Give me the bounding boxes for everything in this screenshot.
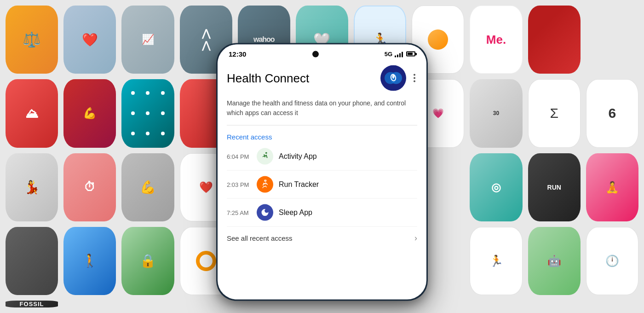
more-dot-3	[414, 81, 415, 82]
see-all-label: See all recent access	[227, 234, 293, 242]
app-icon-body-sketch: 💃	[6, 153, 58, 221]
phone-screen: 12:30 5G Health Connect	[218, 45, 426, 300]
app-icon-fitbit	[121, 79, 174, 147]
access-item-activity[interactable]: 6:04 PM Activity App	[227, 143, 417, 171]
app-description: Manage the health and fitness data on yo…	[218, 95, 426, 125]
status-bar: 12:30 5G	[218, 45, 426, 60]
access-time-run: 2:03 PM	[227, 181, 257, 188]
run-tracker-icon	[257, 176, 273, 193]
access-time-sleep: 7:25 AM	[227, 209, 257, 216]
status-time: 12:30	[229, 50, 246, 58]
app-icon-lock-green: 🔒	[121, 227, 174, 295]
battery-icon	[406, 52, 415, 57]
more-dot-1	[414, 74, 415, 76]
more-dot-2	[414, 77, 415, 79]
app-icon-graph: 📈	[121, 6, 174, 74]
phone-frame: 12:30 5G Health Connect	[216, 43, 428, 301]
access-item-sleep[interactable]: 7:25 AM Sleep App	[227, 199, 417, 227]
recent-access-label: Recent access	[227, 133, 417, 141]
app-icon-workout: 💪	[63, 79, 116, 147]
app-icon-scale: ⚖️	[6, 6, 58, 74]
status-icons: 5G	[385, 51, 415, 58]
app-icon-heart-monitor: ❤️	[63, 6, 116, 74]
health-connect-logo	[380, 65, 406, 91]
app-icon-30day: 30	[470, 79, 522, 147]
app-icon-strava: ⛰	[6, 79, 58, 147]
app-icon-fasting: ⏱	[63, 153, 116, 221]
see-all-row[interactable]: See all recent access ›	[218, 227, 426, 249]
app-icon-runner-blue: 🚶	[63, 227, 116, 295]
access-item-run[interactable]: 2:03 PM Run Tracker	[227, 171, 417, 199]
activity-app-name: Activity App	[279, 152, 317, 161]
app-icon-circle-chart: ◎	[470, 153, 522, 221]
app-icon-sigma: Σ	[528, 79, 581, 147]
sleep-app-icon	[257, 204, 273, 221]
app-icon-red-corner	[528, 6, 581, 74]
app-icon-digit6: 6	[586, 79, 638, 147]
battery-fill	[408, 53, 413, 55]
access-time-activity: 6:04 PM	[227, 153, 257, 160]
activity-app-icon	[257, 148, 273, 165]
app-icon-fossil: FOSSIL	[6, 301, 58, 307]
app-title: Health Connect	[227, 71, 309, 85]
signal-bars	[395, 51, 403, 57]
app-icon-gray-last	[6, 227, 58, 295]
run-tracker-name: Run Tracker	[279, 180, 319, 189]
header-right	[380, 65, 417, 91]
app-icon-run-app: RUN	[528, 153, 581, 221]
app-icon-stretch: 🧘	[586, 153, 638, 221]
app-icon-empty1	[586, 6, 638, 74]
sleep-app-name: Sleep App	[279, 209, 312, 217]
more-options-button[interactable]	[412, 72, 417, 84]
app-icon-speedometer: 🕛	[586, 227, 638, 295]
front-camera	[312, 51, 319, 57]
app-header: Health Connect	[218, 60, 426, 95]
app-icon-muscleman: 💪	[121, 153, 174, 221]
phone-mockup: 12:30 5G Health Connect	[216, 43, 428, 301]
network-label: 5G	[385, 51, 392, 58]
app-icon-running-circle: 🏃	[470, 227, 522, 295]
recent-access-section: Recent access 6:04 PM Activity App	[218, 126, 426, 227]
chevron-right-icon: ›	[414, 233, 417, 243]
svg-point-4	[265, 152, 267, 154]
app-icon-me: Me.	[470, 6, 522, 74]
app-icon-android: 🤖	[528, 227, 581, 295]
